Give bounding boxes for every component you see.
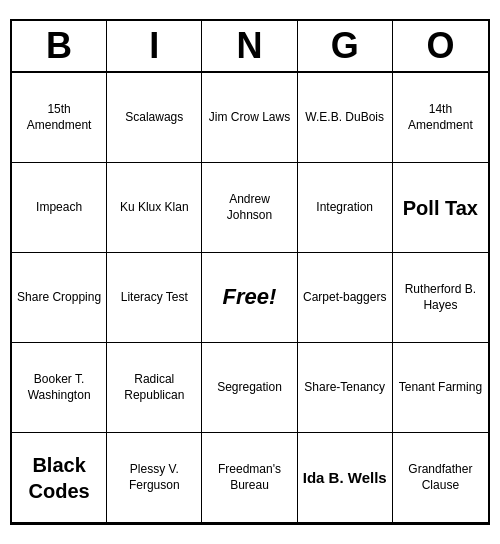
cell-text: Literacy Test — [121, 290, 188, 306]
bingo-cell: 14th Amendment — [393, 73, 488, 163]
cell-text: Segregation — [217, 380, 282, 396]
cell-text: Free! — [223, 283, 277, 312]
cell-text: Andrew Johnson — [205, 192, 293, 223]
header-letter: I — [107, 21, 202, 71]
bingo-cell: Grandfather Clause — [393, 433, 488, 523]
cell-text: Share-Tenancy — [304, 380, 385, 396]
bingo-cell: Share-Tenancy — [298, 343, 393, 433]
cell-text: Plessy V. Ferguson — [110, 462, 198, 493]
cell-text: Radical Republican — [110, 372, 198, 403]
bingo-cell: Ida B. Wells — [298, 433, 393, 523]
bingo-cell: Share Cropping — [12, 253, 107, 343]
cell-text: Carpet-baggers — [303, 290, 386, 306]
bingo-cell: Scalawags — [107, 73, 202, 163]
bingo-cell: Ku Klux Klan — [107, 163, 202, 253]
bingo-cell: Poll Tax — [393, 163, 488, 253]
bingo-cell: Booker T. Washington — [12, 343, 107, 433]
cell-text: Poll Tax — [403, 195, 478, 221]
cell-text: Booker T. Washington — [15, 372, 103, 403]
cell-text: Jim Crow Laws — [209, 110, 290, 126]
cell-text: 15th Amendment — [15, 102, 103, 133]
bingo-cell: Free! — [202, 253, 297, 343]
bingo-cell: Integration — [298, 163, 393, 253]
cell-text: Integration — [316, 200, 373, 216]
header-letter: O — [393, 21, 488, 71]
cell-text: Impeach — [36, 200, 82, 216]
cell-text: 14th Amendment — [396, 102, 485, 133]
header-letter: N — [202, 21, 297, 71]
cell-text: Black Codes — [15, 452, 103, 504]
bingo-cell: Plessy V. Ferguson — [107, 433, 202, 523]
bingo-cell: Impeach — [12, 163, 107, 253]
bingo-cell: Rutherford B. Hayes — [393, 253, 488, 343]
bingo-header: BINGO — [12, 21, 488, 73]
cell-text: Freedman's Bureau — [205, 462, 293, 493]
cell-text: Ku Klux Klan — [120, 200, 189, 216]
bingo-cell: 15th Amendment — [12, 73, 107, 163]
bingo-cell: Tenant Farming — [393, 343, 488, 433]
bingo-cell: Literacy Test — [107, 253, 202, 343]
cell-text: Scalawags — [125, 110, 183, 126]
cell-text: Tenant Farming — [399, 380, 482, 396]
bingo-cell: W.E.B. DuBois — [298, 73, 393, 163]
bingo-cell: Jim Crow Laws — [202, 73, 297, 163]
cell-text: Share Cropping — [17, 290, 101, 306]
bingo-cell: Carpet-baggers — [298, 253, 393, 343]
cell-text: Grandfather Clause — [396, 462, 485, 493]
bingo-cell: Andrew Johnson — [202, 163, 297, 253]
bingo-card: BINGO 15th AmendmentScalawagsJim Crow La… — [10, 19, 490, 525]
bingo-cell: Freedman's Bureau — [202, 433, 297, 523]
header-letter: B — [12, 21, 107, 71]
cell-text: Rutherford B. Hayes — [396, 282, 485, 313]
bingo-cell: Radical Republican — [107, 343, 202, 433]
bingo-grid: 15th AmendmentScalawagsJim Crow LawsW.E.… — [12, 73, 488, 523]
cell-text: Ida B. Wells — [303, 468, 387, 488]
bingo-cell: Black Codes — [12, 433, 107, 523]
header-letter: G — [298, 21, 393, 71]
bingo-cell: Segregation — [202, 343, 297, 433]
cell-text: W.E.B. DuBois — [305, 110, 384, 126]
